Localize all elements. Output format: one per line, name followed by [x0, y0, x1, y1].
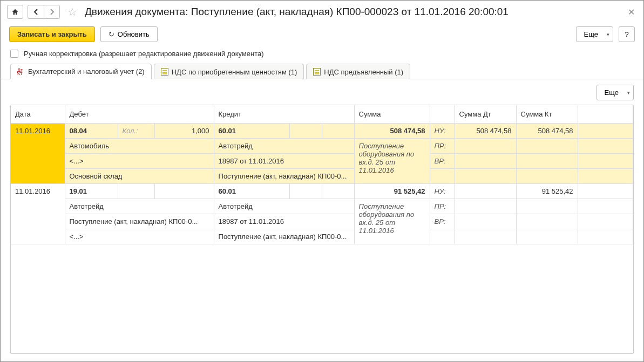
col-debit[interactable]: Дебет: [65, 105, 214, 124]
cell-qty: 1,000: [154, 124, 214, 139]
cell-empty: [289, 124, 322, 139]
favorite-star-icon[interactable]: ☆: [67, 5, 77, 18]
posting-subrow[interactable]: Автотрейд Автотрейд Поступление оборудов…: [11, 199, 633, 214]
col-date[interactable]: Дата: [11, 105, 65, 124]
cell-empty: [516, 154, 578, 169]
cell-tag-vr: ВР:: [430, 154, 455, 169]
refresh-icon: [109, 30, 114, 38]
main-toolbar: Записать и закрыть Обновить Еще ?: [1, 23, 643, 47]
save-and-close-button[interactable]: Записать и закрыть: [9, 26, 95, 42]
cell-debit-acc: 19.01: [65, 184, 118, 199]
cell-tag-pr: ПР:: [430, 139, 455, 154]
cell-empty: [118, 184, 154, 199]
manual-edit-label: Ручная корректировка (разрешает редактир…: [24, 50, 264, 58]
cell-debit-an2: Поступление (акт, накладная) КП00-0...: [65, 214, 214, 229]
cell-credit-acc: 60.01: [214, 124, 289, 139]
cell-empty: [578, 199, 633, 214]
cell-debit-an1: Автотрейд: [65, 199, 214, 214]
doc-icon: [313, 68, 321, 76]
posting-subrow[interactable]: Поступление (акт, накладная) КП00-0... 1…: [11, 214, 633, 229]
cell-credit-acc: 60.01: [214, 184, 289, 199]
back-button[interactable]: [28, 5, 44, 19]
cell-desc: Поступление оборудования по вх.д. 25 от …: [354, 139, 430, 184]
grid-body: 11.01.2016 08.04 Кол.: 1,000 60.01 508 4…: [11, 124, 633, 244]
document-movements-window: ☆ Движения документа: Поступление (акт, …: [0, 0, 644, 362]
cell-debit-an1: Автомобиль: [65, 139, 214, 154]
cell-empty: [322, 184, 354, 199]
doc-icon: [161, 68, 168, 76]
close-icon[interactable]: ✕: [626, 7, 637, 17]
cell-qty: [154, 184, 214, 199]
cell-empty: [430, 229, 455, 244]
cell-tag-vr: ВР:: [430, 214, 455, 229]
manual-edit-row: Ручная корректировка (разрешает редактир…: [1, 47, 643, 63]
cell-qty-label: Кол.:: [118, 124, 154, 139]
postings-grid[interactable]: Дата Дебет Кредит Сумма Сумма Дт Сумма К…: [10, 105, 634, 354]
page-title: Движения документа: Поступление (акт, на…: [85, 6, 621, 18]
grid-toolbar: Еще: [10, 85, 634, 105]
tab-vat-charged[interactable]: НДС предъявленный (1): [306, 64, 410, 79]
cell-empty: [455, 169, 516, 184]
cell-empty: [289, 184, 322, 199]
posting-row[interactable]: 11.01.2016 19.01 60.01 91 525,42 НУ: 91 …: [11, 184, 633, 199]
cell-empty: [516, 169, 578, 184]
posting-subrow[interactable]: Автомобиль Автотрейд Поступление оборудо…: [11, 139, 633, 154]
cell-sumdt: [455, 184, 516, 199]
cell-empty: [578, 214, 633, 229]
cell-empty: [455, 154, 516, 169]
refresh-button[interactable]: Обновить: [100, 26, 158, 42]
cell-empty: [578, 139, 633, 154]
more-button[interactable]: Еще: [576, 26, 613, 42]
help-button[interactable]: ?: [619, 26, 635, 42]
col-sumdt[interactable]: Сумма Дт: [455, 105, 516, 124]
posting-row[interactable]: 11.01.2016 08.04 Кол.: 1,000 60.01 508 4…: [11, 124, 633, 139]
cell-empty: [455, 139, 516, 154]
cell-empty: [430, 169, 455, 184]
cell-sum: 91 525,42: [354, 184, 430, 199]
cell-debit-an3: <...>: [65, 229, 214, 244]
cell-credit-an3: Поступление (акт, накладная) КП00-0...: [214, 169, 354, 184]
cell-empty: [516, 229, 578, 244]
arrow-left-icon: [33, 9, 39, 15]
cell-empty: [455, 199, 516, 214]
col-tail: [578, 105, 633, 124]
dtkt-icon: [17, 69, 25, 75]
forward-button[interactable]: [44, 5, 60, 19]
cell-empty: [578, 154, 633, 169]
home-icon: [11, 8, 19, 16]
tab-content: Еще Дата Дебет Кредит Сумма Сумма Дт: [1, 79, 643, 361]
col-credit[interactable]: Кредит: [214, 105, 354, 124]
cell-empty: [455, 229, 516, 244]
col-sum[interactable]: Сумма: [354, 105, 430, 124]
tab-vat-purchased[interactable]: НДС по приобретенным ценностям (1): [154, 64, 304, 79]
cell-tag-pr: ПР:: [430, 199, 455, 214]
cell-credit-an1: Автотрейд: [214, 199, 354, 214]
cell-empty: [578, 184, 633, 199]
cell-sumkt: 508 474,58: [516, 124, 578, 139]
grid-more-button[interactable]: Еще: [596, 85, 634, 100]
tab-accounting[interactable]: Бухгалтерский и налоговый учет (2): [10, 64, 152, 79]
tab-vat-purchased-label: НДС по приобретенным ценностям (1): [172, 68, 297, 76]
titlebar: ☆ Движения документа: Поступление (акт, …: [1, 1, 643, 23]
cell-date: 11.01.2016: [11, 184, 65, 244]
cell-credit-an2: 18987 от 11.01.2016: [214, 154, 354, 169]
posting-subrow[interactable]: <...> Поступление (акт, накладная) КП00-…: [11, 229, 633, 244]
cell-empty: [516, 139, 578, 154]
cell-empty: [578, 169, 633, 184]
cell-debit-acc: 08.04: [65, 124, 118, 139]
cell-credit-an2: 18987 от 11.01.2016: [214, 214, 354, 229]
home-button[interactable]: [7, 5, 23, 19]
refresh-label: Обновить: [118, 30, 150, 38]
cell-empty: [516, 214, 578, 229]
manual-edit-checkbox[interactable]: [10, 50, 18, 58]
posting-subrow[interactable]: <...> 18987 от 11.01.2016 ВР:: [11, 154, 633, 169]
cell-tag-nu: НУ:: [430, 124, 455, 139]
col-sumkt[interactable]: Сумма Кт: [516, 105, 578, 124]
cell-sumkt: 91 525,42: [516, 184, 578, 199]
grid-header-row: Дата Дебет Кредит Сумма Сумма Дт Сумма К…: [11, 105, 633, 124]
col-tag[interactable]: [430, 105, 455, 124]
cell-empty: [516, 199, 578, 214]
cell-tag-nu: НУ:: [430, 184, 455, 199]
posting-subrow[interactable]: Основной склад Поступление (акт, накладн…: [11, 169, 633, 184]
cell-desc: Поступление оборудования по вх.д. 25 от …: [354, 199, 430, 244]
